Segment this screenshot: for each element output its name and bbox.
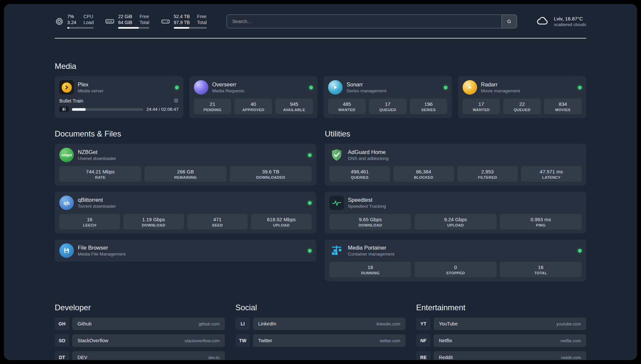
service-card-radarr[interactable]: Radarr Movie management 17 WANTED 22 QUE…	[458, 76, 587, 118]
bookmark-url: reddit.com	[561, 355, 581, 360]
header-divider	[55, 38, 586, 39]
portainer-icon	[329, 243, 344, 258]
weather-location: Lviv, 16.87°C	[554, 16, 586, 21]
cpu-usage-bar	[67, 27, 94, 29]
bookmark-url: github.com	[198, 321, 220, 326]
nzbget-icon: nzbget	[59, 148, 74, 162]
search-bar: G	[227, 15, 517, 28]
dashboard: 7% CPU 3.24 Load	[4, 4, 637, 360]
service-card-filebrowser[interactable]: File Browser Media File Management	[55, 239, 316, 262]
app-window: 7% CPU 3.24 Load	[0, 0, 641, 364]
playback-progress-bar[interactable]	[72, 108, 143, 111]
stat-stopped: 0 STOPPED	[414, 262, 496, 277]
bookmark-dev[interactable]: DT DEV dev.to	[55, 351, 225, 360]
stat-queries: 498,461 QUERIES	[329, 166, 390, 182]
service-subtitle: DNS and adblocking	[348, 156, 388, 161]
service-title: Media Portainer	[348, 245, 394, 251]
search-provider-button[interactable]: G	[502, 15, 517, 28]
service-card-nzbget[interactable]: nzbget NZBGet Usenet downloader 744.21 M…	[55, 144, 316, 186]
stat-downloaded: 39.6 TB DOWNLOADED	[230, 166, 312, 182]
bookmark-url: twitter.com	[380, 338, 400, 343]
service-card-plex[interactable]: Plex Media server Bullet Train ⚙ 24:44 /…	[55, 76, 183, 118]
radarr-icon	[463, 80, 477, 95]
service-title: File Browser	[78, 245, 126, 251]
disk-usage-bar	[174, 27, 207, 29]
disk-free: 52.4 TB	[174, 14, 190, 19]
bookmark-netflix[interactable]: NF Netflix netflix.com	[416, 334, 586, 347]
bookmark-name: StackOverflow	[77, 338, 108, 343]
service-title: Speedtest	[348, 197, 386, 203]
bookmark-name: LinkedIn	[258, 321, 276, 326]
service-card-qbittorrent[interactable]: qb qBittorrent Torrent downloader 16 LEE…	[55, 192, 316, 233]
bookmark-github[interactable]: GH Github github.com	[55, 318, 225, 330]
status-online-dot	[309, 86, 313, 89]
overseerr-icon	[194, 80, 208, 95]
status-online-dot	[444, 86, 447, 89]
stat-wanted: 485 WANTED	[328, 99, 366, 114]
section-social: Social LI LinkedIn linkedin.com TW Twitt…	[235, 303, 406, 360]
cpu-label-1: CPU	[83, 14, 94, 19]
service-subtitle: Movie management	[481, 88, 520, 93]
bookmark-name: DEV	[77, 355, 87, 360]
service-subtitle: Series management	[347, 88, 386, 93]
bookmark-url: netflix.com	[561, 338, 581, 343]
disk-widget: 52.4 TB Free 97.9 TB Total	[161, 14, 207, 29]
stat-running: 16 RUNNING	[329, 262, 411, 277]
memory-total: 64 GiB	[118, 20, 132, 25]
section-developer: Developer GH Github github.com SO StackO…	[55, 303, 225, 360]
service-subtitle: Media server	[78, 88, 104, 93]
bookmark-reddit[interactable]: RE Reddit reddit.com	[416, 351, 586, 360]
memory-free: 22 GiB	[118, 14, 132, 19]
stat-total: 16 TOTAL	[500, 262, 582, 277]
stat-rate: 744.21 Mbps RATE	[59, 166, 141, 182]
stat-pending: 21 PENDING	[194, 99, 231, 114]
service-card-adguard[interactable]: AdGuard Home DNS and adblocking 498,461 …	[325, 144, 586, 186]
disk-total: 97.9 TB	[174, 20, 190, 25]
service-title: AdGuard Home	[348, 149, 388, 155]
bookmark-name: Netflix	[439, 338, 452, 343]
bookmark-url: dev.to	[208, 355, 220, 360]
status-online-dot	[175, 86, 179, 89]
service-card-portainer[interactable]: Media Portainer Container management 16 …	[325, 239, 586, 281]
cpu-percent: 7%	[67, 14, 76, 19]
service-card-sonarr[interactable]: Sonarr Series management 485 WANTED 17 Q…	[323, 76, 452, 118]
weather-condition: scattered clouds	[554, 22, 586, 27]
service-card-speedtest[interactable]: Speedtest Speedtest Tracking 9.65 Gbps D…	[325, 192, 586, 233]
stat-download: 1.19 Gbps DOWNLOAD	[123, 214, 184, 229]
memory-label-1: Free	[139, 14, 149, 19]
bookmark-linkedin[interactable]: LI LinkedIn linkedin.com	[235, 318, 406, 330]
bookmark-abbr: NF	[416, 334, 431, 347]
section-media: Media Plex Media server	[55, 62, 586, 118]
stat-queued: 17 QUEUED	[369, 99, 407, 114]
search-input[interactable]	[227, 15, 502, 28]
pause-button[interactable]	[59, 106, 69, 112]
section-heading-entertainment: Entertainment	[416, 303, 586, 312]
stat-leech: 16 LEECH	[59, 214, 120, 229]
bookmark-name: Github	[77, 321, 92, 326]
status-online-dot	[308, 201, 312, 205]
cpu-widget: 7% CPU 3.24 Load	[55, 14, 94, 29]
sonarr-icon	[328, 80, 343, 95]
plex-icon	[59, 80, 74, 95]
service-title: qBittorrent	[78, 197, 116, 203]
stat-wanted: 17 WANTED	[463, 99, 500, 114]
stat-download: 9.65 Gbps DOWNLOAD	[329, 214, 411, 229]
stat-latency: 47.571 ms LATENCY	[521, 166, 582, 182]
section-documents: Documents & Files nzbget NZBGet Usenet d…	[55, 129, 316, 281]
section-heading-developer: Developer	[55, 303, 225, 312]
gear-icon[interactable]: ⚙	[173, 98, 178, 104]
bookmark-abbr: TW	[235, 334, 250, 347]
bookmark-youtube[interactable]: YT YouTube youtube.com	[416, 318, 586, 330]
bookmark-stackoverflow[interactable]: SO StackOverflow stackoverflow.com	[55, 334, 225, 347]
service-subtitle: Media File Management	[78, 252, 126, 257]
section-heading-social: Social	[235, 303, 406, 312]
memory-icon	[105, 16, 115, 26]
service-card-overseerr[interactable]: Overseerr Media Requests 21 PENDING 40 A…	[189, 76, 318, 118]
bookmark-twitter[interactable]: TW Twitter twitter.com	[235, 334, 406, 347]
service-subtitle: Usenet downloader	[78, 156, 116, 161]
section-heading-utilities: Utilities	[325, 129, 586, 138]
stat-ping: 0.993 ms PING	[500, 214, 582, 229]
memory-label-2: Total	[139, 20, 149, 25]
service-title: Radarr	[481, 81, 520, 88]
bookmark-name: Reddit	[439, 355, 453, 360]
